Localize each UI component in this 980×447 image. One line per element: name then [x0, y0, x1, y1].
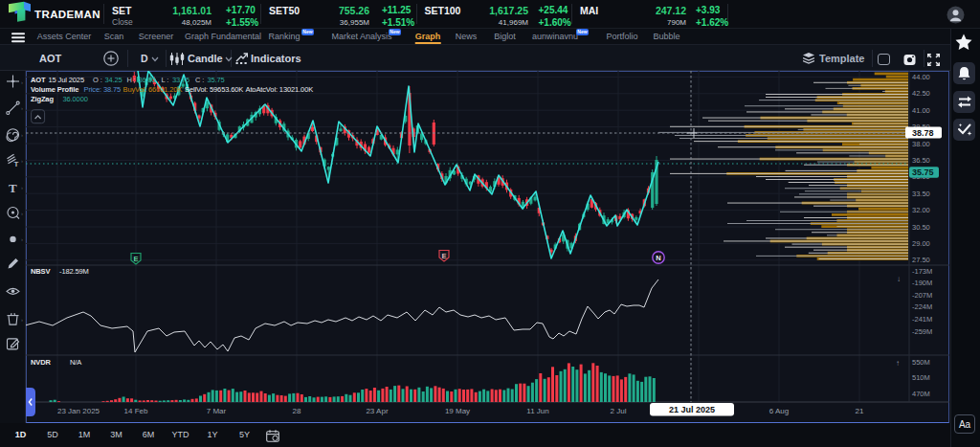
- svg-text:›: ›: [21, 132, 23, 138]
- svg-text:›: ›: [21, 105, 23, 111]
- svg-text:E: E: [133, 255, 138, 263]
- svg-text:-173M: -173M: [912, 267, 932, 276]
- svg-text:41.00: 41.00: [912, 106, 930, 115]
- svg-text:33.50: 33.50: [912, 190, 930, 198]
- svg-text:›: ›: [21, 79, 23, 85]
- svg-text:36.50: 36.50: [912, 156, 930, 165]
- svg-text:23 Jan 2025: 23 Jan 2025: [57, 407, 100, 415]
- svg-text:19 May: 19 May: [445, 407, 470, 415]
- svg-text:-190M: -190M: [912, 279, 932, 287]
- svg-text:7 Mar: 7 Mar: [207, 407, 227, 415]
- svg-text:›: ›: [21, 317, 23, 323]
- svg-text:510M: 510M: [912, 373, 930, 382]
- svg-text:T: T: [14, 160, 19, 168]
- svg-text:↑: ↑: [896, 359, 900, 368]
- svg-text:42.50: 42.50: [912, 89, 930, 98]
- svg-text:2 Jul: 2 Jul: [611, 407, 627, 415]
- svg-text:14 Feb: 14 Feb: [124, 407, 148, 415]
- svg-text:44.00: 44.00: [912, 73, 930, 81]
- svg-text:›: ›: [21, 236, 23, 242]
- svg-text:E: E: [441, 252, 446, 260]
- svg-text:-259M: -259M: [912, 327, 932, 336]
- svg-text:-241M: -241M: [912, 315, 932, 324]
- svg-text:›: ›: [21, 211, 23, 216]
- svg-text:550M: 550M: [912, 358, 930, 367]
- svg-text:29.00: 29.00: [912, 239, 930, 248]
- svg-text:-207M: -207M: [912, 291, 932, 300]
- svg-text:NVDRN/A: NVDRN/A: [31, 358, 81, 367]
- svg-text:AOT15 Jul 2025O :34.25H :36.00: AOT15 Jul 2025O :34.25H :36.00L :33.75C …: [31, 76, 225, 84]
- svg-text:↓: ↓: [897, 275, 901, 283]
- svg-text:6 Aug: 6 Aug: [769, 407, 789, 415]
- svg-text:23 Apr: 23 Apr: [366, 407, 388, 415]
- svg-text:›: ›: [21, 158, 23, 164]
- svg-text:28: 28: [293, 407, 301, 415]
- svg-text:›: ›: [21, 185, 23, 190]
- svg-text:38.78: 38.78: [912, 128, 934, 138]
- svg-text:21 Jul 2025: 21 Jul 2025: [669, 405, 715, 414]
- svg-text:27.50: 27.50: [912, 256, 930, 264]
- svg-text:N: N: [656, 254, 660, 262]
- svg-text:Volume ProfilePrice: 38.75BuyV: Volume ProfilePrice: 38.75BuyVol: 66001.…: [31, 85, 313, 94]
- svg-text:35.75: 35.75: [912, 168, 934, 177]
- svg-text:11 Jun: 11 Jun: [526, 407, 548, 415]
- svg-text:ZigZag36.0000: ZigZag36.0000: [31, 95, 88, 103]
- svg-text:38.00: 38.00: [912, 140, 930, 148]
- svg-text:21: 21: [856, 407, 864, 415]
- svg-text:32.00: 32.00: [912, 206, 930, 214]
- svg-text:30.50: 30.50: [912, 223, 930, 232]
- svg-text:T: T: [9, 181, 17, 195]
- svg-text:NBSV -182.59M: NBSV -182.59M: [31, 267, 89, 276]
- svg-text:-224M: -224M: [912, 302, 932, 311]
- svg-text:470M: 470M: [912, 390, 930, 398]
